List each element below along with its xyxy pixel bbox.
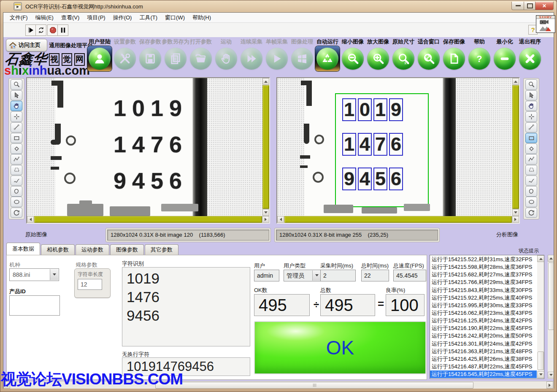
result-indicator[interactable]: OK [254, 321, 426, 374]
run-continuous-button[interactable] [35, 24, 46, 36]
user-icon[interactable] [87, 46, 112, 71]
log-scrollbar[interactable] [537, 255, 544, 378]
zoom-fit-icon[interactable] [416, 46, 441, 71]
window-restore-button[interactable] [524, 2, 536, 10]
annulus-arrow-tool[interactable] [525, 208, 537, 218]
source-image[interactable]: 101914769456 [27, 78, 262, 216]
menu-item-帮助(H)[interactable]: 帮助(H) [189, 13, 215, 22]
scroll-up-button[interactable] [262, 78, 269, 85]
log-entry[interactable]: 运行于154216.125,耗时24ms,速度42FPS [430, 317, 537, 324]
log-entry[interactable]: 运行于154216.425,耗时26ms,速度38FPS [430, 355, 537, 363]
scroll-down-button[interactable] [512, 209, 519, 216]
log-scroll-thumb[interactable] [538, 351, 544, 370]
tab-运动参数[interactable]: 运动参数 [76, 244, 109, 255]
log-entry[interactable]: 运行于154215.522,耗时31ms,速度32FPS [430, 256, 537, 263]
exit-icon[interactable] [518, 46, 542, 71]
title-bar[interactable]: OCR字符识别-石鑫华视觉网http://shixinhua.com ✕ [0, 0, 557, 13]
log-entry[interactable]: 运行于154215.598,耗时28ms,速度36FPS [430, 263, 537, 271]
log-entry[interactable]: 运行于154216.301,耗时24ms,速度42FPS [430, 340, 537, 348]
tab-基本数据[interactable]: 基本数据 [6, 243, 40, 255]
log-entry[interactable]: 运行于154215.995,耗时30ms,速度33FPS [430, 302, 537, 309]
window-minimize-button[interactable] [511, 2, 525, 10]
help-icon[interactable]: ? [467, 46, 492, 71]
log-entry[interactable]: 运行于154216.190,耗时22ms,速度45FPS [430, 324, 537, 332]
log-entry[interactable]: 运行于154215.922,耗时25ms,速度40FPS [430, 294, 537, 302]
log-entry[interactable]: 运行于154216.062,耗时23ms,速度43FPS [430, 309, 537, 317]
chevron-down-icon[interactable] [312, 270, 321, 281]
user-input[interactable]: admin [254, 270, 279, 281]
freehand-line-tool[interactable] [525, 176, 537, 186]
magnifier-tool[interactable] [525, 79, 537, 90]
vertical-scrollbar[interactable] [512, 78, 519, 216]
hand-tool[interactable] [11, 101, 22, 111]
oval-tool[interactable] [525, 197, 537, 207]
menu-item-工具(T)[interactable]: 工具(T) [135, 13, 161, 22]
open-folder-icon[interactable] [189, 46, 213, 71]
windows-icon[interactable] [290, 46, 314, 71]
horizontal-scrollbar[interactable] [277, 216, 519, 223]
horizontal-scroll-thumb[interactable] [34, 216, 262, 223]
scroll-left-button[interactable] [27, 216, 34, 223]
zoom-out-icon[interactable] [341, 46, 365, 71]
polyline-tool[interactable] [525, 154, 537, 165]
vertical-scroll-thumb[interactable] [262, 85, 269, 209]
chevron-down-icon[interactable] [50, 269, 58, 280]
usertype-combo[interactable]: 管理员 [284, 270, 322, 281]
log-entry[interactable]: 运行于154215.682,耗时27ms,速度37FPS [430, 271, 537, 278]
freehand-region-tool[interactable] [11, 186, 22, 197]
recycle-icon[interactable] [315, 46, 340, 71]
menu-item-编辑(E)[interactable]: 编辑(E) [32, 13, 57, 22]
fast-forward-icon[interactable] [239, 46, 264, 71]
rotated-rectangle-tool[interactable] [525, 143, 537, 154]
menu-item-文件(F)[interactable]: 文件(F) [6, 13, 32, 22]
line-tool[interactable] [11, 122, 22, 133]
cursor-tool[interactable] [11, 90, 22, 101]
scroll-up-button[interactable] [512, 78, 519, 85]
pause-button[interactable] [57, 24, 68, 36]
capture-time-input[interactable]: 2 [320, 270, 356, 281]
scroll-down-button[interactable] [537, 371, 544, 378]
line-tool[interactable] [525, 122, 537, 133]
product-id-input[interactable] [9, 295, 60, 316]
horizontal-scroll-thumb[interactable] [284, 216, 512, 223]
zoom-1to1-icon[interactable]: 1:1 [391, 46, 416, 71]
menu-item-查看(V)[interactable]: 查看(V) [57, 13, 83, 22]
annulus-arrow-tool[interactable] [11, 208, 22, 218]
log-entry[interactable]: 运行于154216.242,耗时20ms,速度50FPS [430, 332, 537, 340]
log-entry[interactable]: 运行于154216.545,耗时22ms,速度45FPS [430, 370, 537, 378]
speed-input[interactable]: 45.4545 [393, 270, 426, 281]
magnifier-tool[interactable] [11, 79, 22, 90]
analysis-image[interactable]: 101914769456 [277, 78, 512, 216]
save-image-icon[interactable] [442, 46, 466, 71]
cursor-tool[interactable] [525, 90, 537, 101]
bottom-scroll-thumb[interactable] [155, 382, 473, 389]
polygon-tool[interactable] [11, 165, 22, 176]
save-as-icon[interactable] [163, 46, 188, 71]
menu-item-操作(O)[interactable]: 操作(O) [109, 13, 136, 22]
rotated-rectangle-tool[interactable] [11, 143, 22, 154]
minimize-icon[interactable] [492, 46, 517, 71]
oval-tool[interactable] [11, 197, 22, 207]
vertical-scrollbar[interactable] [262, 78, 269, 216]
hand-tool[interactable] [525, 101, 537, 111]
pane-scroll-thumb[interactable] [548, 262, 554, 330]
hand-icon[interactable] [214, 46, 238, 71]
rectangle-tool[interactable] [11, 133, 22, 143]
tab-相机参数[interactable]: 相机参数 [41, 244, 75, 255]
polyline-tool[interactable] [11, 154, 22, 165]
scroll-up-button[interactable] [548, 255, 554, 262]
pane-scrollbar[interactable] [548, 255, 554, 379]
point-tool[interactable] [11, 111, 22, 122]
scroll-down-button[interactable] [262, 209, 269, 216]
window-close-button[interactable]: ✕ [535, 2, 554, 10]
vertical-scroll-thumb[interactable] [512, 85, 519, 209]
zoom-in-icon[interactable] [366, 46, 390, 71]
scroll-up-button[interactable] [537, 255, 544, 262]
horizontal-scrollbar[interactable] [27, 216, 269, 223]
log-entry[interactable]: 运行于154216.487,耗时22ms,速度45FPS [430, 363, 537, 370]
menu-item-项目(P)[interactable]: 项目(P) [83, 13, 109, 22]
point-tool[interactable] [525, 111, 537, 122]
log-entry[interactable]: 运行于154215.766,耗时29ms,速度34FPS [430, 278, 537, 286]
freehand-region-tool[interactable] [525, 186, 537, 197]
play-icon[interactable] [265, 46, 289, 71]
